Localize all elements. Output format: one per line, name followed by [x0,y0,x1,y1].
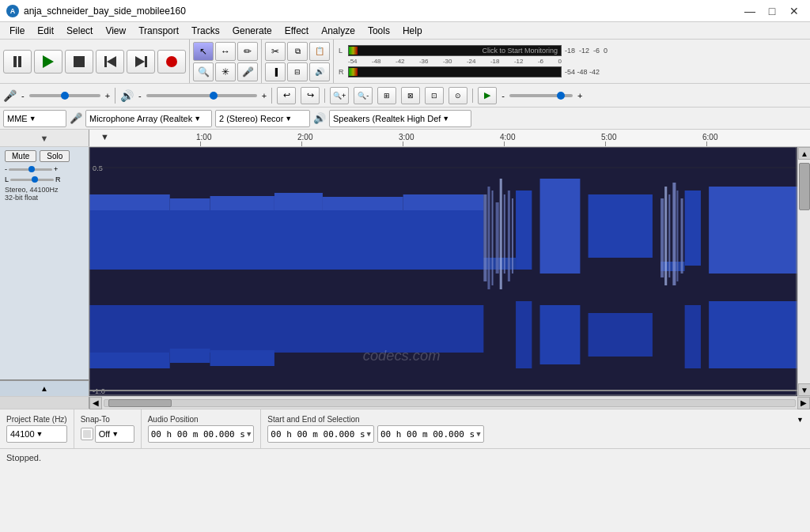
trim-button[interactable]: ▐ [265,62,286,81]
mute-button[interactable]: Mute [5,150,36,162]
zoom-out-button[interactable]: 🔍- [354,87,373,104]
ruler-label: ▼ [0,130,89,146]
input-slider-thumb[interactable] [61,92,69,100]
menu-select[interactable]: Select [60,24,99,38]
menu-help[interactable]: Help [396,24,429,38]
speaker-button[interactable]: 🔊 [309,62,330,81]
vu-meter-r[interactable] [348,66,562,77]
menubar: File Edit Select View Transport Tracks G… [0,22,810,40]
pan-thumb[interactable] [32,176,38,183]
fit-selection-button[interactable]: ⊠ [401,87,420,104]
channels-selector[interactable]: 2 (Stereo) Recor ▼ [215,110,310,127]
zoom-toggle-button[interactable]: ⊡ [425,87,444,104]
horizontal-scrollbar[interactable]: ◀ ▶ [0,396,810,409]
waveform-display[interactable]: 0.5 0.0 -0.5 -1.0 [89,147,797,396]
snap-toggle-button[interactable] [81,428,93,440]
svg-rect-46 [681,198,683,274]
fit-project-button[interactable]: ⊞ [377,87,396,104]
pencil-tool-button[interactable]: ✏ [237,42,258,61]
svg-rect-38 [504,194,505,274]
mute-solo-row: Mute Solo [5,150,84,162]
record-button[interactable] [157,50,186,74]
multi-tool-button[interactable]: ✳ [215,62,236,81]
window-title: anja_schneider_bay_side_mobilee160 [24,6,186,17]
zoom-in-button[interactable]: 🔍+ [330,87,349,104]
menu-analyze[interactable]: Analyze [315,24,361,38]
scroll-thumb[interactable] [799,163,810,210]
menu-view[interactable]: View [99,24,132,38]
close-button[interactable]: ✕ [785,3,804,19]
input-device-arrow: ▼ [194,115,201,123]
minimize-button[interactable]: — [740,3,759,19]
scroll-up-arrow[interactable]: ▲ [798,147,810,160]
play-button[interactable] [34,50,62,74]
playback-speed-slider[interactable] [509,94,573,97]
selection-end-input[interactable]: 00 h 00 m 00.000 s ▼ [377,425,484,443]
pause-button[interactable] [3,50,32,74]
scroll-left-arrow[interactable]: ◀ [89,397,102,409]
time-shift-tool-button[interactable]: ↔ [215,42,236,61]
channels-arrow: ▼ [285,115,292,123]
scroll-right-arrow[interactable]: ▶ [797,397,810,409]
menu-tracks[interactable]: Tracks [185,24,226,38]
playback-play-button[interactable]: ▶ [478,87,497,104]
scroll-down-arrow[interactable]: ▼ [798,383,810,396]
api-selector[interactable]: MME ▼ [3,110,66,127]
track-collapse-button[interactable]: ▲ [0,380,89,396]
snap-to-selector[interactable]: Off ▼ [95,425,134,443]
vu-r-label: R [339,68,345,76]
output-slider-thumb[interactable] [210,92,218,100]
paste-button[interactable]: 📋 [309,42,330,61]
scroll-track[interactable] [798,160,810,383]
menu-generate[interactable]: Generate [226,24,278,38]
undo-button[interactable]: ↩ [277,87,296,104]
playback-slider-thumb[interactable] [557,92,565,100]
input-volume-slider[interactable] [29,94,100,97]
vu-meter-l[interactable]: Click to Start Monitoring [348,45,562,56]
menu-tools[interactable]: Tools [361,24,396,38]
project-rate-selector[interactable]: 44100 ▼ [6,425,67,443]
cut-button[interactable]: ✂ [265,42,286,61]
select-tool-button[interactable]: ↖ [193,42,214,61]
silence-button[interactable]: ⊟ [287,62,308,81]
project-rate-label: Project Rate (Hz) [6,415,67,424]
solo-button[interactable]: Solo [40,150,70,162]
waveform-svg: 0.5 0.0 -0.5 -1.0 [89,147,797,396]
skip-back-button[interactable] [96,50,124,74]
svg-rect-33 [483,194,486,281]
gain-slider[interactable] [9,168,52,171]
menu-file[interactable]: File [3,24,31,38]
scroll-h-track[interactable] [104,399,796,407]
menu-effect[interactable]: Effect [278,24,315,38]
track-info-block: Stereo, 44100Hz 32-bit float [5,186,84,202]
svg-rect-41 [660,198,664,277]
stop-button[interactable] [65,50,93,74]
scrollbar-corner [0,397,89,409]
zoom-tool-button[interactable]: 🔍 [193,62,214,81]
selection-dropdown-arrow[interactable]: ▼ [797,416,804,424]
copy-button[interactable]: ⧉ [287,42,308,61]
svg-rect-10 [89,210,483,270]
pan-slider[interactable] [10,179,54,181]
svg-rect-20 [685,191,701,266]
time-3-00: 3:00 [399,133,414,141]
maximize-button[interactable]: □ [763,3,782,19]
selection-start-input[interactable]: 00 h 00 m 00.000 s ▼ [267,425,374,443]
mic-monitor-button[interactable]: 🎤 [237,62,258,81]
timeline-scale[interactable]: ▼ 1:00 2:00 3:00 4:00 5:00 6:00 [89,130,810,146]
output-device-selector[interactable]: Speakers (Realtek High Def ▼ [329,110,471,127]
track-control-panel: Mute Solo - + L R Stereo, 44100Hz 32-bit… [0,147,89,396]
vertical-scrollbar[interactable]: ▲ ▼ [797,147,810,396]
menu-transport[interactable]: Transport [132,24,185,38]
audio-position-input[interactable]: 00 h 00 m 00.000 s ▼ [148,425,255,443]
menu-edit[interactable]: Edit [31,24,60,38]
redo-button[interactable]: ↪ [301,87,320,104]
zoom-extra1-button[interactable]: ⊙ [449,87,467,104]
gain-thumb[interactable] [28,166,35,172]
scroll-h-thumb[interactable] [108,399,172,407]
input-device-selector[interactable]: Microphone Array (Realtek ▼ [85,110,212,127]
svg-rect-30 [589,313,653,357]
skip-fwd-button[interactable] [127,50,155,74]
svg-rect-11 [89,194,170,210]
output-volume-slider[interactable] [146,94,257,97]
